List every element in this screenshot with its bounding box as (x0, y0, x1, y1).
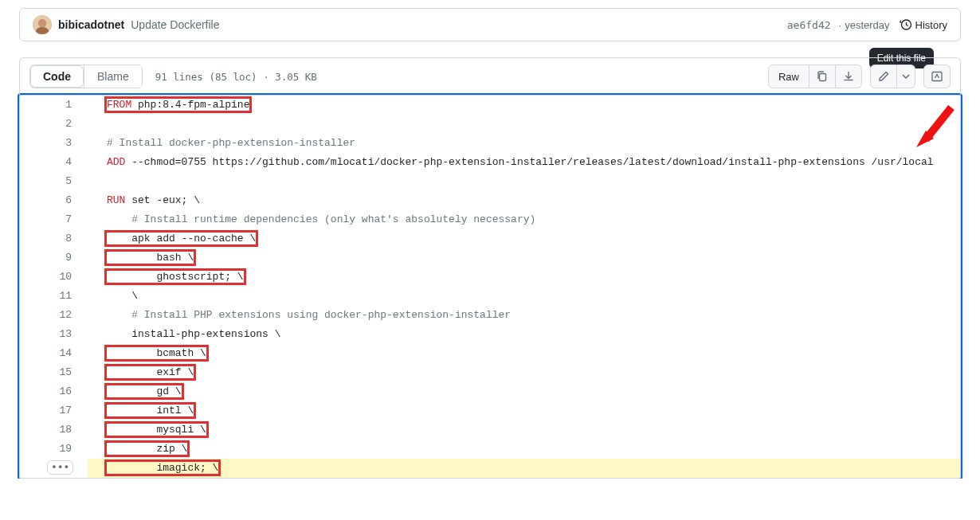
code-cell[interactable]: # Install docker-php-extension-installer (88, 134, 960, 153)
code-line: 1FROM php:8.4-fpm-alpine (20, 96, 960, 115)
tab-blame[interactable]: Blame (84, 65, 142, 88)
code-line: 10 ghostscript; \ (20, 268, 960, 287)
code-cell[interactable]: # Install PHP extensions using docker-ph… (88, 306, 960, 325)
code-cell[interactable]: install-php-extensions \ (88, 325, 960, 344)
code-cell[interactable]: intl \ (88, 401, 960, 420)
file-toolbar: Raw (768, 65, 951, 88)
edit-menu-button[interactable] (897, 65, 915, 88)
line-number[interactable]: 4 (20, 153, 88, 172)
code-cell[interactable]: apk add --no-cache \ (88, 229, 960, 248)
code-line: 12 # Install PHP extensions using docker… (20, 306, 960, 325)
line-number[interactable]: 9 (20, 248, 88, 268)
line-number[interactable]: 12 (20, 306, 88, 325)
code-line: 13 install-php-extensions \ (20, 325, 960, 344)
code-viewer: 1FROM php:8.4-fpm-alpine2 3# Install doc… (19, 95, 961, 479)
code-line: 8 apk add --no-cache \ (20, 229, 960, 248)
code-cell[interactable]: mysqli \ (88, 420, 960, 440)
edit-button[interactable] (870, 65, 897, 88)
line-number[interactable]: 19 (20, 440, 88, 459)
code-cell[interactable]: \ (88, 287, 960, 306)
code-line: 19 zip \ (20, 440, 960, 459)
code-cell[interactable]: # Install runtime dependencies (only wha… (88, 210, 960, 229)
commit-sha[interactable]: ae6fd42 (787, 19, 831, 31)
line-number[interactable]: 10 (20, 268, 88, 287)
line-number[interactable]: 17 (20, 401, 88, 420)
pencil-icon (877, 70, 890, 83)
symbols-button[interactable] (923, 65, 951, 88)
line-number[interactable]: 16 (20, 382, 88, 401)
line-actions-button[interactable]: ••• (47, 460, 73, 475)
history-link[interactable]: History (900, 18, 947, 31)
line-number[interactable]: 20••• (20, 459, 88, 478)
code-line: 16 gd \ (20, 382, 960, 401)
line-number[interactable]: 14 (20, 344, 88, 363)
code-cell[interactable] (88, 172, 960, 191)
line-number[interactable]: 11 (20, 287, 88, 306)
line-number[interactable]: 3 (20, 134, 88, 153)
code-cell[interactable]: bcmath \ (88, 344, 960, 363)
code-cell[interactable]: bash \ (88, 248, 960, 268)
commit-author-link[interactable]: bibicadotnet (58, 18, 124, 31)
code-line: 5 (20, 172, 960, 191)
download-button[interactable] (836, 65, 862, 88)
code-line: 20••• imagick; \ (20, 459, 960, 478)
code-cell[interactable]: exif \ (88, 363, 960, 382)
code-cell[interactable] (88, 115, 960, 134)
commit-bar: bibicadotnet Update Dockerfile ae6fd42 ·… (19, 8, 961, 41)
line-number[interactable]: 13 (20, 325, 88, 344)
code-line: 4ADD --chmod=0755 https://github.com/mlo… (20, 153, 960, 172)
code-line: 2 (20, 115, 960, 134)
line-number[interactable]: 6 (20, 191, 88, 210)
avatar[interactable] (33, 15, 52, 34)
code-cell[interactable]: FROM php:8.4-fpm-alpine (88, 96, 960, 115)
code-line: 15 exif \ (20, 363, 960, 382)
line-number[interactable]: 18 (20, 420, 88, 440)
commit-message[interactable]: Update Dockerfile (131, 18, 219, 31)
raw-button[interactable]: Raw (768, 65, 809, 88)
code-line: 14 bcmath \ (20, 344, 960, 363)
line-number[interactable]: 15 (20, 363, 88, 382)
symbols-icon (931, 70, 943, 83)
code-cell[interactable]: RUN set -eux; \ (88, 191, 960, 210)
code-line: 18 mysqli \ (20, 420, 960, 440)
code-line: 11 \ (20, 287, 960, 306)
caret-down-icon (902, 72, 910, 80)
code-cell[interactable]: imagick; \ (88, 459, 960, 478)
file-header: Code Blame 91 lines (85 loc) · 3.05 KB R… (19, 57, 961, 95)
line-number[interactable]: 2 (20, 115, 88, 134)
code-cell[interactable]: ADD --chmod=0755 https://github.com/mloc… (88, 153, 960, 172)
line-number[interactable]: 5 (20, 172, 88, 191)
commit-time: yesterday (845, 19, 889, 31)
history-label: History (915, 19, 947, 31)
file-meta: 91 lines (85 loc) · 3.05 KB (155, 71, 317, 83)
history-icon (900, 18, 912, 31)
view-tabs: Code Blame (29, 65, 143, 88)
line-number[interactable]: 8 (20, 229, 88, 248)
code-line: 6RUN set -eux; \ (20, 191, 960, 210)
svg-point-1 (38, 19, 46, 27)
code-line: 17 intl \ (20, 401, 960, 420)
separator-dot: · (839, 19, 842, 31)
line-number[interactable]: 7 (20, 210, 88, 229)
tab-code[interactable]: Code (30, 65, 84, 88)
code-cell[interactable]: zip \ (88, 440, 960, 459)
code-cell[interactable]: ghostscript; \ (88, 268, 960, 287)
copy-icon (816, 70, 829, 83)
download-icon (842, 70, 855, 83)
svg-rect-4 (820, 74, 826, 81)
code-line: 9 bash \ (20, 248, 960, 268)
code-line: 3# Install docker-php-extension-installe… (20, 134, 960, 153)
code-line: 7 # Install runtime dependencies (only w… (20, 210, 960, 229)
code-cell[interactable]: gd \ (88, 382, 960, 401)
line-number[interactable]: 1 (20, 96, 88, 115)
code-table: 1FROM php:8.4-fpm-alpine2 3# Install doc… (20, 96, 960, 478)
copy-button[interactable] (809, 65, 836, 88)
